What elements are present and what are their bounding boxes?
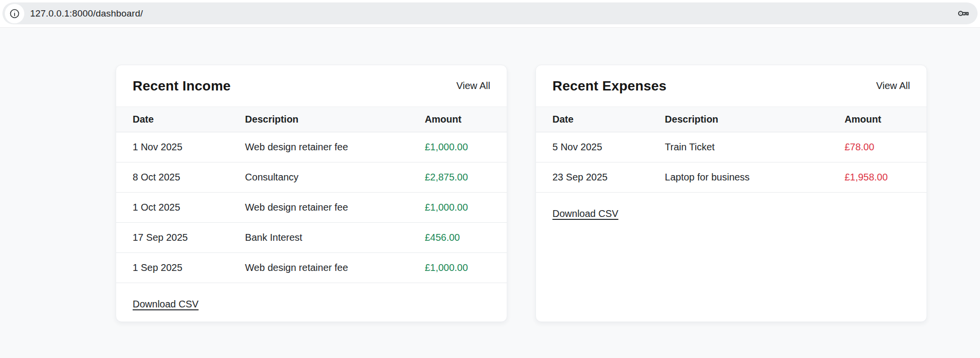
description-cell: Web design retainer fee	[245, 132, 425, 162]
amount-cell: £1,000.00	[425, 132, 507, 162]
date-cell: 8 Oct 2025	[116, 162, 245, 193]
date-cell: 5 Nov 2025	[536, 132, 665, 162]
table-row: 23 Sep 2025 Laptop for business £1,958.0…	[536, 162, 927, 193]
expenses-view-all-link[interactable]: View All	[876, 80, 910, 91]
income-col-amount: Amount	[425, 107, 507, 132]
description-cell: Consultancy	[245, 162, 425, 193]
amount-cell: £1,958.00	[844, 162, 927, 193]
date-cell: 23 Sep 2025	[536, 162, 665, 193]
expenses-download-csv-link[interactable]: Download CSV	[552, 208, 619, 219]
dashboard-page: Recent Income View All Date Description …	[0, 28, 980, 358]
income-table: Date Description Amount 1 Nov 2025 Web d…	[116, 107, 507, 283]
expenses-card-title: Recent Expenses	[552, 78, 667, 94]
income-col-description: Description	[245, 107, 425, 132]
info-icon	[9, 8, 20, 19]
date-cell: 1 Sep 2025	[116, 253, 245, 283]
address-bar[interactable]: 127.0.0.1:8000/dashboard/	[2, 2, 978, 24]
income-download-csv-link[interactable]: Download CSV	[133, 299, 199, 309]
table-row: 8 Oct 2025 Consultancy £2,875.00	[116, 162, 507, 193]
table-row: 17 Sep 2025 Bank Interest £456.00	[116, 223, 507, 253]
key-icon	[957, 7, 970, 20]
expenses-card-header: Recent Expenses View All	[536, 65, 927, 107]
amount-cell: £2,875.00	[425, 162, 507, 193]
date-cell: 1 Nov 2025	[116, 132, 245, 162]
income-card-header: Recent Income View All	[116, 65, 507, 107]
table-row: 1 Sep 2025 Web design retainer fee £1,00…	[116, 253, 507, 283]
recent-income-card: Recent Income View All Date Description …	[116, 65, 507, 322]
password-manager-button[interactable]	[957, 7, 970, 20]
amount-cell: £1,000.00	[425, 253, 507, 283]
table-row: 1 Nov 2025 Web design retainer fee £1,00…	[116, 132, 507, 162]
description-cell: Laptop for business	[665, 162, 844, 193]
description-cell: Web design retainer fee	[245, 253, 425, 283]
amount-cell: £78.00	[844, 132, 927, 162]
date-cell: 17 Sep 2025	[116, 223, 245, 253]
url-text[interactable]: 127.0.0.1:8000/dashboard/	[30, 2, 143, 24]
description-cell: Web design retainer fee	[245, 193, 425, 223]
browser-toolbar: 127.0.0.1:8000/dashboard/	[0, 0, 980, 28]
income-card-title: Recent Income	[133, 78, 231, 94]
site-info-chip[interactable]	[5, 4, 24, 23]
expenses-col-date: Date	[536, 107, 665, 132]
table-row: 1 Oct 2025 Web design retainer fee £1,00…	[116, 193, 507, 223]
income-card-footer: Download CSV	[116, 283, 507, 322]
recent-expenses-card: Recent Expenses View All Date Descriptio…	[535, 65, 927, 322]
expenses-table-header-row: Date Description Amount	[536, 107, 927, 132]
expenses-col-amount: Amount	[844, 107, 927, 132]
expenses-card-footer: Download CSV	[536, 193, 927, 235]
income-col-date: Date	[116, 107, 245, 132]
expenses-table: Date Description Amount 5 Nov 2025 Train…	[536, 107, 927, 193]
table-row: 5 Nov 2025 Train Ticket £78.00	[536, 132, 927, 162]
description-cell: Bank Interest	[245, 223, 425, 253]
amount-cell: £1,000.00	[425, 193, 507, 223]
description-cell: Train Ticket	[665, 132, 844, 162]
date-cell: 1 Oct 2025	[116, 193, 245, 223]
income-view-all-link[interactable]: View All	[456, 80, 490, 91]
expenses-col-description: Description	[665, 107, 844, 132]
amount-cell: £456.00	[425, 223, 507, 253]
income-table-header-row: Date Description Amount	[116, 107, 507, 132]
